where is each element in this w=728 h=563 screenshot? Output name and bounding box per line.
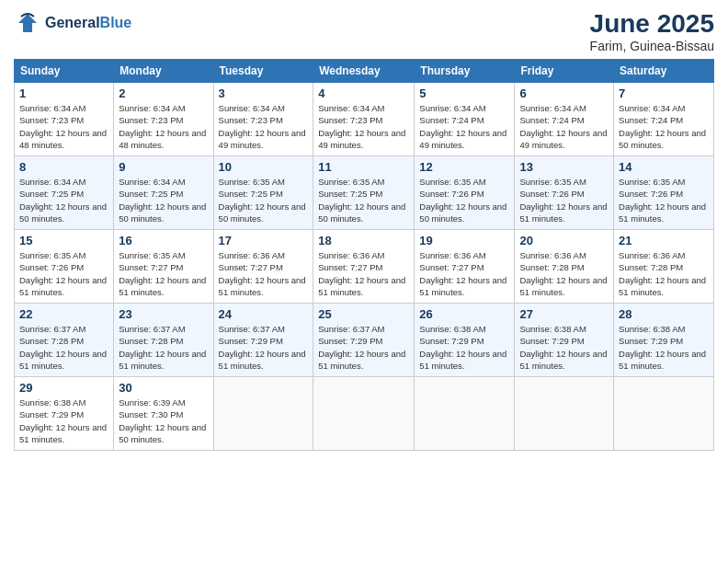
day-number: 5	[419, 86, 509, 100]
day-number: 3	[219, 86, 309, 100]
day-info: Sunrise: 6:34 AM Sunset: 7:24 PM Dayligh…	[419, 102, 509, 151]
calendar-cell: 8 Sunrise: 6:34 AM Sunset: 7:25 PM Dayli…	[15, 156, 114, 230]
calendar-cell: 13 Sunrise: 6:35 AM Sunset: 7:26 PM Dayl…	[515, 156, 614, 230]
calendar-cell: 5 Sunrise: 6:34 AM Sunset: 7:24 PM Dayli…	[415, 83, 515, 156]
calendar-cell: 21 Sunrise: 6:36 AM Sunset: 7:28 PM Dayl…	[614, 230, 714, 304]
header-wednesday: Wednesday	[313, 60, 415, 83]
calendar-cell	[415, 377, 515, 451]
calendar-cell: 25 Sunrise: 6:37 AM Sunset: 7:29 PM Dayl…	[313, 304, 415, 377]
day-number: 22	[19, 307, 108, 321]
calendar-cell: 24 Sunrise: 6:37 AM Sunset: 7:29 PM Dayl…	[213, 304, 313, 377]
day-info: Sunrise: 6:36 AM Sunset: 7:27 PM Dayligh…	[419, 249, 509, 298]
week-row-4: 22 Sunrise: 6:37 AM Sunset: 7:28 PM Dayl…	[15, 304, 714, 377]
header-friday: Friday	[515, 60, 614, 83]
day-number: 10	[219, 160, 309, 174]
day-number: 27	[519, 307, 609, 321]
day-info: Sunrise: 6:35 AM Sunset: 7:25 PM Dayligh…	[318, 176, 409, 224]
calendar-cell: 20 Sunrise: 6:36 AM Sunset: 7:28 PM Dayl…	[515, 230, 614, 304]
calendar-cell: 16 Sunrise: 6:35 AM Sunset: 7:27 PM Dayl…	[114, 230, 213, 304]
calendar-cell: 18 Sunrise: 6:36 AM Sunset: 7:27 PM Dayl…	[313, 230, 415, 304]
calendar-cell	[213, 377, 313, 451]
day-number: 12	[419, 160, 509, 174]
calendar-cell: 6 Sunrise: 6:34 AM Sunset: 7:24 PM Dayli…	[515, 83, 614, 156]
day-info: Sunrise: 6:34 AM Sunset: 7:23 PM Dayligh…	[19, 102, 108, 151]
day-info: Sunrise: 6:34 AM Sunset: 7:23 PM Dayligh…	[119, 102, 208, 151]
day-info: Sunrise: 6:34 AM Sunset: 7:25 PM Dayligh…	[19, 176, 108, 224]
calendar-cell: 10 Sunrise: 6:35 AM Sunset: 7:25 PM Dayl…	[213, 156, 313, 230]
logo: GeneralBlue	[14, 9, 131, 37]
day-number: 18	[318, 234, 409, 247]
calendar-cell: 7 Sunrise: 6:34 AM Sunset: 7:24 PM Dayli…	[614, 83, 714, 156]
day-info: Sunrise: 6:35 AM Sunset: 7:27 PM Dayligh…	[119, 249, 208, 298]
day-number: 19	[419, 234, 509, 247]
day-info: Sunrise: 6:39 AM Sunset: 7:30 PM Dayligh…	[119, 396, 208, 445]
header-saturday: Saturday	[614, 60, 714, 83]
day-number: 29	[19, 381, 108, 395]
calendar-cell: 19 Sunrise: 6:36 AM Sunset: 7:27 PM Dayl…	[415, 230, 515, 304]
header-sunday: Sunday	[15, 60, 114, 83]
calendar-container: GeneralBlue June 2025 Farim, Guinea-Biss…	[0, 0, 728, 460]
calendar-cell: 27 Sunrise: 6:38 AM Sunset: 7:29 PM Dayl…	[515, 304, 614, 377]
day-number: 17	[219, 234, 309, 247]
week-row-3: 15 Sunrise: 6:35 AM Sunset: 7:26 PM Dayl…	[15, 230, 714, 304]
header-monday: Monday	[114, 60, 213, 83]
day-number: 21	[619, 234, 709, 247]
day-info: Sunrise: 6:35 AM Sunset: 7:26 PM Dayligh…	[19, 249, 108, 298]
day-number: 6	[519, 86, 609, 100]
day-number: 8	[19, 160, 108, 174]
day-info: Sunrise: 6:36 AM Sunset: 7:27 PM Dayligh…	[318, 249, 409, 298]
day-info: Sunrise: 6:34 AM Sunset: 7:24 PM Dayligh…	[519, 102, 609, 151]
calendar-cell: 11 Sunrise: 6:35 AM Sunset: 7:25 PM Dayl…	[313, 156, 415, 230]
calendar-cell: 15 Sunrise: 6:35 AM Sunset: 7:26 PM Dayl…	[15, 230, 114, 304]
title-area: June 2025 Farim, Guinea-Bissau	[590, 9, 714, 53]
header-tuesday: Tuesday	[213, 60, 313, 83]
day-info: Sunrise: 6:34 AM Sunset: 7:25 PM Dayligh…	[119, 176, 208, 224]
day-number: 1	[19, 86, 108, 100]
day-number: 25	[318, 307, 409, 321]
header: GeneralBlue June 2025 Farim, Guinea-Biss…	[14, 9, 714, 53]
day-info: Sunrise: 6:34 AM Sunset: 7:24 PM Dayligh…	[619, 102, 709, 151]
calendar-cell: 26 Sunrise: 6:38 AM Sunset: 7:29 PM Dayl…	[415, 304, 515, 377]
logo-icon	[14, 9, 41, 37]
day-info: Sunrise: 6:38 AM Sunset: 7:29 PM Dayligh…	[419, 323, 509, 372]
calendar-cell: 30 Sunrise: 6:39 AM Sunset: 7:30 PM Dayl…	[114, 377, 213, 451]
weekday-header-row: Sunday Monday Tuesday Wednesday Thursday…	[15, 60, 714, 83]
calendar-cell: 9 Sunrise: 6:34 AM Sunset: 7:25 PM Dayli…	[114, 156, 213, 230]
day-info: Sunrise: 6:37 AM Sunset: 7:28 PM Dayligh…	[19, 323, 108, 372]
day-info: Sunrise: 6:37 AM Sunset: 7:28 PM Dayligh…	[119, 323, 208, 372]
day-number: 24	[219, 307, 309, 321]
calendar-cell: 4 Sunrise: 6:34 AM Sunset: 7:23 PM Dayli…	[313, 83, 415, 156]
calendar-cell: 3 Sunrise: 6:34 AM Sunset: 7:23 PM Dayli…	[213, 83, 313, 156]
day-info: Sunrise: 6:35 AM Sunset: 7:26 PM Dayligh…	[419, 176, 509, 224]
day-number: 14	[619, 160, 709, 174]
day-info: Sunrise: 6:36 AM Sunset: 7:28 PM Dayligh…	[619, 249, 709, 298]
calendar-cell: 29 Sunrise: 6:38 AM Sunset: 7:29 PM Dayl…	[15, 377, 114, 451]
week-row-5: 29 Sunrise: 6:38 AM Sunset: 7:29 PM Dayl…	[15, 377, 714, 451]
location: Farim, Guinea-Bissau	[590, 39, 714, 53]
day-number: 7	[619, 86, 709, 100]
calendar-cell: 22 Sunrise: 6:37 AM Sunset: 7:28 PM Dayl…	[15, 304, 114, 377]
calendar-table: Sunday Monday Tuesday Wednesday Thursday…	[14, 59, 714, 451]
calendar-cell	[515, 377, 614, 451]
month-title: June 2025	[590, 9, 714, 39]
calendar-cell	[313, 377, 415, 451]
calendar-cell: 2 Sunrise: 6:34 AM Sunset: 7:23 PM Dayli…	[114, 83, 213, 156]
day-number: 15	[19, 234, 108, 247]
calendar-cell: 17 Sunrise: 6:36 AM Sunset: 7:27 PM Dayl…	[213, 230, 313, 304]
day-number: 28	[619, 307, 709, 321]
day-info: Sunrise: 6:37 AM Sunset: 7:29 PM Dayligh…	[318, 323, 409, 372]
calendar-cell: 12 Sunrise: 6:35 AM Sunset: 7:26 PM Dayl…	[415, 156, 515, 230]
week-row-1: 1 Sunrise: 6:34 AM Sunset: 7:23 PM Dayli…	[15, 83, 714, 156]
calendar-cell	[614, 377, 714, 451]
day-info: Sunrise: 6:34 AM Sunset: 7:23 PM Dayligh…	[219, 102, 309, 151]
day-info: Sunrise: 6:36 AM Sunset: 7:28 PM Dayligh…	[519, 249, 609, 298]
header-thursday: Thursday	[415, 60, 515, 83]
day-info: Sunrise: 6:35 AM Sunset: 7:26 PM Dayligh…	[619, 176, 709, 224]
calendar-cell: 28 Sunrise: 6:38 AM Sunset: 7:29 PM Dayl…	[614, 304, 714, 377]
day-number: 30	[119, 381, 208, 395]
day-number: 11	[318, 160, 409, 174]
day-number: 26	[419, 307, 509, 321]
calendar-cell: 14 Sunrise: 6:35 AM Sunset: 7:26 PM Dayl…	[614, 156, 714, 230]
day-info: Sunrise: 6:34 AM Sunset: 7:23 PM Dayligh…	[318, 102, 409, 151]
day-info: Sunrise: 6:36 AM Sunset: 7:27 PM Dayligh…	[219, 249, 309, 298]
